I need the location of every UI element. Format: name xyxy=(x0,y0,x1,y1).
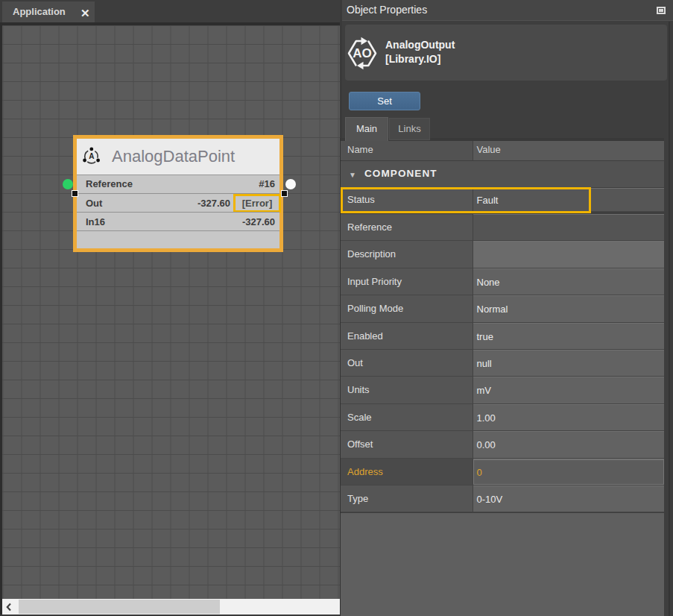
svg-text:A: A xyxy=(89,152,94,160)
svg-text:AO: AO xyxy=(353,46,372,60)
